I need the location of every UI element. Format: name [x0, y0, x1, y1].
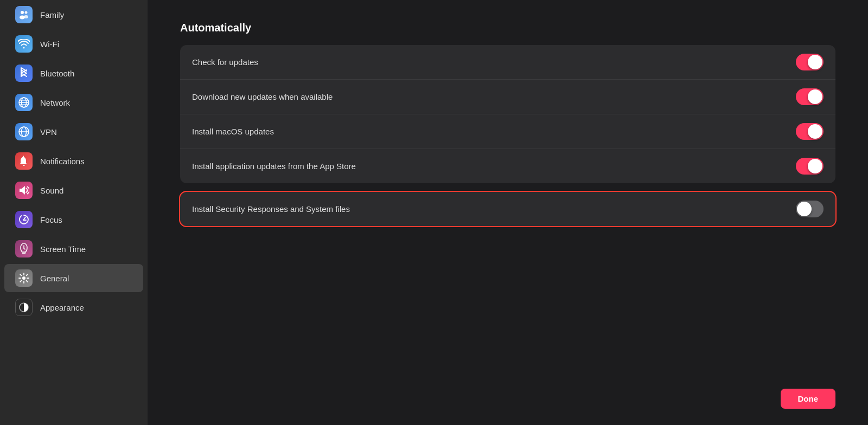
sidebar-item-network[interactable]: Network	[4, 88, 143, 117]
install-macos-row: Install macOS updates	[180, 114, 835, 149]
svg-point-17	[22, 276, 25, 280]
install-macos-thumb	[808, 124, 822, 139]
notifications-icon	[15, 152, 33, 170]
sidebar-item-focus[interactable]: Focus	[4, 205, 143, 234]
install-app-toggle[interactable]	[796, 158, 824, 175]
sidebar-item-general[interactable]: General	[4, 264, 143, 292]
sidebar-label-sound: Sound	[40, 186, 63, 195]
bluetooth-icon	[15, 65, 33, 82]
svg-line-16	[24, 248, 25, 249]
auto-settings-card: Check for updates Download new updates w…	[180, 45, 835, 183]
download-updates-row: Download new updates when available	[180, 80, 835, 114]
family-icon	[15, 6, 33, 23]
sidebar-label-screentime: Screen Time	[40, 244, 86, 254]
security-responses-card: Install Security Responses and System fi…	[180, 192, 835, 226]
focus-icon	[15, 211, 33, 228]
check-updates-thumb	[808, 55, 822, 69]
network-icon	[15, 94, 33, 111]
appearance-icon	[15, 299, 33, 316]
content-area: Automatically Check for updates Download…	[148, 0, 868, 378]
check-updates-row: Check for updates	[180, 45, 835, 80]
sidebar-item-screentime[interactable]: Screen Time	[4, 235, 143, 263]
sidebar-item-notifications[interactable]: Notifications	[4, 147, 143, 175]
sidebar-label-network: Network	[40, 98, 70, 107]
security-responses-row: Install Security Responses and System fi…	[180, 192, 835, 226]
check-updates-label: Check for updates	[192, 57, 258, 67]
security-responses-label: Install Security Responses and System fi…	[192, 204, 350, 214]
install-app-thumb	[808, 159, 822, 173]
sidebar-item-vpn[interactable]: VPN	[4, 118, 143, 146]
main-content: Automatically Check for updates Download…	[148, 0, 868, 425]
sidebar-item-appearance[interactable]: Appearance	[4, 293, 143, 321]
section-title: Automatically	[180, 22, 835, 34]
download-updates-toggle[interactable]	[796, 88, 824, 105]
done-button-area: Done	[148, 378, 868, 425]
check-updates-toggle[interactable]	[796, 54, 824, 70]
download-updates-thumb	[808, 89, 822, 104]
security-responses-toggle[interactable]	[796, 201, 824, 217]
install-macos-toggle[interactable]	[796, 123, 824, 140]
sidebar-label-family: Family	[40, 10, 64, 20]
install-app-label: Install application updates from the App…	[192, 162, 356, 171]
sidebar-label-focus: Focus	[40, 215, 62, 224]
sidebar-label-vpn: VPN	[40, 127, 57, 137]
security-responses-thumb	[797, 202, 812, 216]
sidebar-label-general: General	[40, 274, 69, 283]
sidebar-item-family[interactable]: Family	[4, 1, 143, 29]
vpn-icon	[15, 123, 33, 140]
sidebar-label-wifi: Wi-Fi	[40, 40, 59, 49]
wifi-icon	[15, 35, 33, 53]
svg-point-1	[25, 11, 28, 14]
sidebar-label-notifications: Notifications	[40, 157, 85, 166]
sound-icon	[15, 182, 33, 199]
sidebar-item-sound[interactable]: Sound	[4, 176, 143, 204]
install-macos-label: Install macOS updates	[192, 127, 274, 136]
svg-point-0	[21, 11, 24, 14]
download-updates-label: Download new updates when available	[192, 92, 333, 101]
svg-point-3	[24, 15, 28, 18]
sidebar-item-bluetooth[interactable]: Bluetooth	[4, 59, 143, 87]
install-app-row: Install application updates from the App…	[180, 149, 835, 183]
done-button[interactable]: Done	[781, 389, 836, 409]
sidebar-item-wifi[interactable]: Wi-Fi	[4, 30, 143, 58]
svg-marker-12	[20, 186, 25, 195]
screentime-icon	[15, 240, 33, 257]
sidebar-label-bluetooth: Bluetooth	[40, 69, 74, 78]
sidebar-label-appearance: Appearance	[40, 303, 84, 312]
sidebar: Family Wi-Fi Bluetooth	[0, 0, 148, 425]
general-icon	[15, 269, 33, 287]
